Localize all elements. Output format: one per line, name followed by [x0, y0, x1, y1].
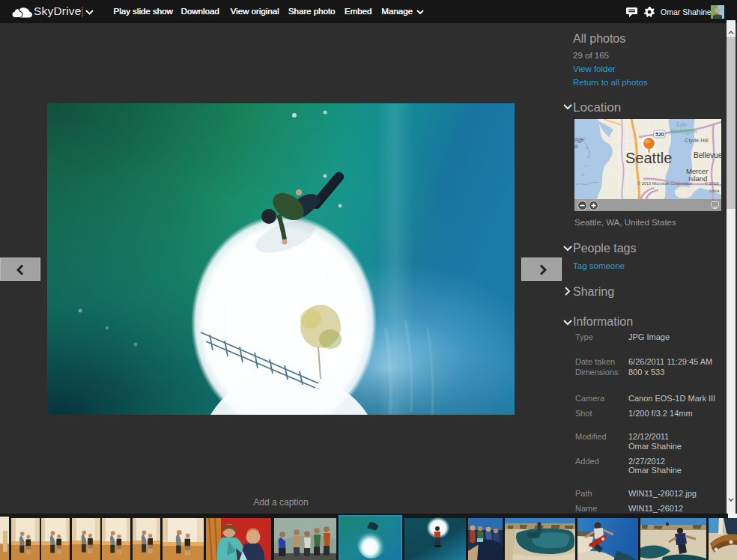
- svg-text:Nokia: Nokia: [709, 189, 719, 193]
- svg-text:Lake: Lake: [676, 121, 688, 128]
- svg-text:d: d: [574, 143, 577, 150]
- svg-text:S: S: [583, 136, 586, 141]
- svg-text:Clyde Hill: Clyde Hill: [685, 137, 709, 144]
- svg-text:dge: dge: [574, 136, 584, 143]
- svg-text:© 2013 Microsoft Corporation: © 2013 Microsoft Corporation: [637, 181, 692, 186]
- svg-text:© 2013: © 2013: [705, 181, 718, 186]
- svg-text:520: 520: [655, 132, 664, 137]
- svg-text:u: u: [587, 154, 589, 159]
- svg-text:o: o: [586, 145, 588, 150]
- svg-text:n: n: [585, 163, 587, 168]
- svg-text:Bellevue: Bellevue: [694, 151, 721, 159]
- svg-text:Washington: Washington: [670, 128, 697, 135]
